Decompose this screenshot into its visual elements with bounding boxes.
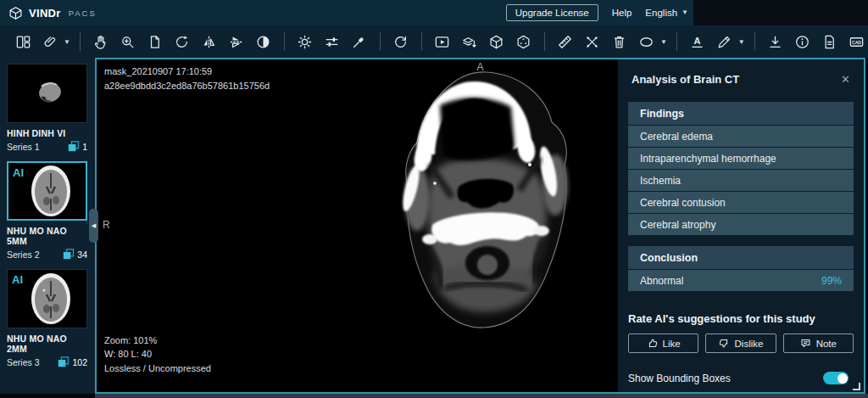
toolbar-divider <box>421 32 422 51</box>
conclusion-label: Abnormal <box>640 275 683 287</box>
finding-item[interactable]: Ischemia <box>628 170 854 191</box>
findings-section: Findings Cerebral edema Intraparenchymal… <box>628 102 854 235</box>
report-icon[interactable] <box>819 31 841 53</box>
rotate-icon[interactable] <box>171 31 193 53</box>
layout-icon[interactable] <box>12 31 34 53</box>
thumb-up-icon <box>647 338 658 349</box>
mpr-3d-icon[interactable] <box>486 31 508 53</box>
series-thumbnail-scout[interactable] <box>7 64 87 123</box>
image-count-badge: 1 <box>68 141 87 152</box>
analysis-panel-header: Analysis of Brain CT ✕ <box>618 59 864 98</box>
measure-length-icon[interactable] <box>554 31 576 53</box>
panel-title: Analysis of Brain CT <box>632 73 841 86</box>
series-name: NHU MO NAO 2MM <box>7 334 88 354</box>
stack-icon <box>68 141 80 152</box>
image-count-badge: 34 <box>63 249 87 260</box>
finding-item[interactable]: Intraparenchymal hemorrhage <box>628 148 854 169</box>
window-level-icon[interactable] <box>321 31 343 53</box>
dislike-label: Dislike <box>735 339 764 349</box>
upgrade-license-button[interactable]: Upgrade License <box>506 4 598 21</box>
brand: VINDr PACS <box>8 6 97 20</box>
like-button[interactable]: Like <box>628 334 698 353</box>
chevron-down-icon: ▼ <box>64 38 70 46</box>
topbar-dark-area <box>693 0 868 25</box>
probe-icon[interactable] <box>348 31 370 53</box>
vindr-logo-icon <box>8 6 23 20</box>
orientation-marker-anterior: A <box>476 61 483 73</box>
link-tool-group[interactable]: ▼ <box>39 31 70 53</box>
pan-icon[interactable] <box>90 31 112 53</box>
help-link[interactable]: Help <box>612 8 632 18</box>
reset-icon[interactable] <box>390 31 412 53</box>
window-level-values: W: 80 L: 40 <box>104 347 211 362</box>
rate-suggestions-label: Rate AI's suggestions for this study <box>628 312 854 325</box>
cine-play-icon[interactable] <box>431 31 453 53</box>
content-area: HINH DINH VI Series 1 1 AI <box>0 58 868 394</box>
svg-text:CAD: CAD <box>852 39 861 44</box>
toolbar-divider <box>544 32 545 51</box>
study-name: mask_20210907 17:10:59 <box>104 64 270 79</box>
conclusion-confidence: 99% <box>821 275 842 287</box>
chevron-down-icon: ▼ <box>660 38 667 46</box>
note-label: Note <box>816 339 837 349</box>
dislike-button[interactable]: Dislike <box>705 334 776 353</box>
series-card-1[interactable]: HINH DINH VI Series 1 1 <box>7 64 88 152</box>
language-label: English <box>645 8 677 18</box>
capture-icon[interactable] <box>144 31 166 53</box>
download-icon[interactable] <box>765 31 787 53</box>
brand-suffix: PACS <box>69 8 97 18</box>
orientation-marker-right: R <box>103 219 110 231</box>
series-thumbnail-axial-5mm[interactable]: AI <box>7 161 87 221</box>
brightness-icon[interactable] <box>294 31 316 53</box>
link-icon[interactable] <box>39 31 61 53</box>
draw-tool-group[interactable]: ▼ <box>714 31 745 53</box>
measure-cross-icon[interactable] <box>581 31 604 53</box>
sidebar-collapse-handle[interactable]: ◀ <box>89 209 98 243</box>
viewport-overlay-bottom: Zoom: 101% W: 80 L: 40 Lossless / Uncomp… <box>104 334 211 376</box>
series-name: NHU MO NAO 5MM <box>7 226 88 246</box>
conclusion-item[interactable]: Abnormal 99% <box>628 270 854 291</box>
analysis-panel: Analysis of Brain CT ✕ Findings Cerebral… <box>618 59 864 392</box>
show-bounding-boxes-toggle[interactable] <box>823 372 849 384</box>
delete-icon[interactable] <box>609 31 631 53</box>
thumb-down-icon <box>719 338 730 349</box>
ellipse-icon[interactable] <box>636 31 658 53</box>
flip-vertical-icon[interactable] <box>225 31 248 53</box>
text-annotation-icon[interactable]: A <box>687 31 709 53</box>
viewport-corner-indicator <box>853 383 860 390</box>
series-card-2[interactable]: AI NHU MO NAO 5MM Series 2 <box>7 161 88 260</box>
series-number: Series 2 <box>7 249 40 260</box>
cad-tool-group[interactable]: CAD ▼ <box>846 31 868 53</box>
toolbar-divider <box>754 32 755 51</box>
note-button[interactable]: Note <box>783 334 854 353</box>
draw-icon[interactable] <box>714 31 736 53</box>
image-count: 102 <box>72 357 87 367</box>
toolbar-divider <box>380 32 381 51</box>
series-card-3[interactable]: AI NHU MO NAO 2MM Series 3 <box>7 269 88 367</box>
finding-item[interactable]: Cerebral atrophy <box>628 214 854 235</box>
series-number: Series 1 <box>7 142 40 152</box>
image-viewport[interactable]: mask_20210907 17:10:59 a28ee9dbdd3c2ed8a… <box>95 58 865 394</box>
ellipse-tool-group[interactable]: ▼ <box>636 31 667 53</box>
stack-scroll-icon[interactable] <box>459 31 481 53</box>
topbar: VINDr PACS Upgrade License Help English … <box>0 0 868 25</box>
series-thumbnail-axial-2mm[interactable]: AI <box>7 269 87 328</box>
finding-item[interactable]: Cerebral edema <box>628 126 854 147</box>
toolbar-divider <box>80 32 81 51</box>
cad-icon[interactable]: CAD <box>846 31 868 53</box>
zoom-icon[interactable] <box>117 31 139 53</box>
toolbar: ▼ ▼ A ▼ <box>0 25 868 58</box>
horizontal-scrollbar[interactable] <box>95 394 868 398</box>
close-icon[interactable]: ✕ <box>841 73 850 86</box>
volume-3d-icon[interactable] <box>513 31 535 53</box>
info-icon[interactable] <box>792 31 814 53</box>
language-selector[interactable]: English ▼ <box>645 8 688 18</box>
brand-name: VINDr <box>29 7 61 20</box>
rate-buttons: Like Dislike Note <box>628 334 854 353</box>
ai-badge: AI <box>13 166 24 179</box>
conclusion-section: Conclusion Abnormal 99% <box>628 246 854 291</box>
flip-horizontal-icon[interactable] <box>198 31 220 53</box>
toggle-knob <box>837 373 848 384</box>
finding-item[interactable]: Cerebral contusion <box>628 192 854 213</box>
invert-icon[interactable] <box>253 31 275 53</box>
